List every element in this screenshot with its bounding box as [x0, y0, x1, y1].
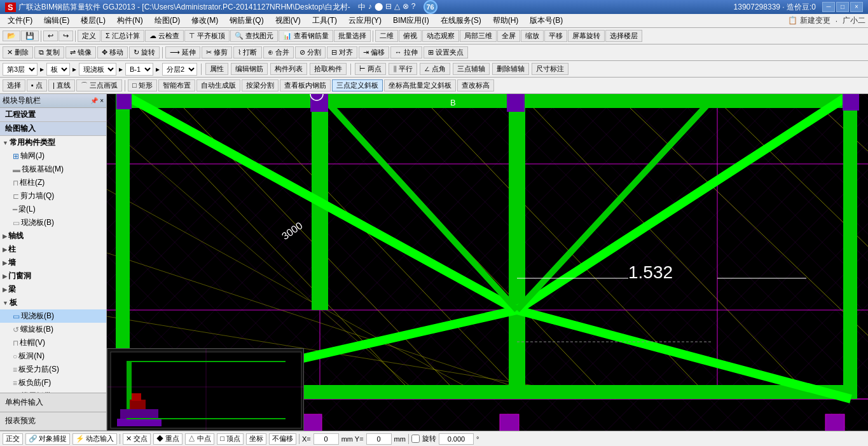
- menu-version[interactable]: 版本号(B): [525, 14, 568, 27]
- menu-draw[interactable]: 绘图(D): [149, 14, 186, 27]
- sidebar-group-axis[interactable]: ▶ 轴线: [0, 229, 106, 243]
- btn-line-tool[interactable]: | 直线: [48, 79, 75, 91]
- menu-bim[interactable]: BIM应用(I): [388, 14, 434, 27]
- btn-pan[interactable]: 平移: [544, 30, 567, 42]
- menu-modify[interactable]: 修改(M): [186, 14, 223, 27]
- single-component-btn[interactable]: 单构件输入: [0, 393, 106, 412]
- material-select[interactable]: 现浇板: [79, 63, 116, 76]
- btn-view-rebar[interactable]: 📊 查看钢筋量: [279, 30, 333, 42]
- minimize-button[interactable]: ─: [822, 2, 835, 12]
- btn-open[interactable]: 📂: [3, 30, 20, 41]
- btn-del-axis[interactable]: 删除辅轴: [492, 63, 529, 75]
- btn-arc-tool[interactable]: ⌒ 三点画弧: [76, 79, 122, 91]
- btn-view-height[interactable]: 查改标高: [457, 79, 494, 91]
- report-preview-btn[interactable]: 报表预览: [0, 412, 106, 431]
- menu-view[interactable]: 视图(V): [270, 14, 306, 27]
- btn-define[interactable]: 定义: [78, 30, 100, 42]
- btn-undo[interactable]: ↩: [43, 30, 58, 41]
- btn-two-point[interactable]: ⊢ 两点: [355, 63, 386, 75]
- btn-break[interactable]: ⌇ 打断: [233, 46, 261, 58]
- name-select[interactable]: B-1: [125, 63, 153, 76]
- sidebar-item-slab-hole[interactable]: ○ 板洞(N): [0, 349, 106, 363]
- btn-stretch[interactable]: ↔ 拉伸: [390, 46, 422, 58]
- sidebar-item-col-cap[interactable]: ⊓ 柱帽(V): [0, 336, 106, 349]
- new-change[interactable]: 📋 新建变更: [788, 15, 830, 26]
- btn-component-list[interactable]: 构件列表: [270, 63, 307, 75]
- btn-grip[interactable]: ⊞ 设置夹点: [424, 46, 468, 58]
- sidebar-pin[interactable]: 📌 ×: [90, 97, 104, 104]
- sidebar-item-column[interactable]: ⊓ 框柱(Z): [0, 176, 106, 189]
- btn-batch[interactable]: 批量选择: [334, 30, 371, 42]
- sidebar-group-slab[interactable]: ▼ 板: [0, 296, 106, 309]
- btn-find[interactable]: 🔍 查找图元: [230, 30, 278, 42]
- btn-point-tool[interactable]: ▪ 点: [27, 79, 47, 91]
- x-input[interactable]: [313, 433, 339, 445]
- btn-top-view[interactable]: 俯视: [399, 30, 422, 42]
- btn-pick[interactable]: 拾取构件: [310, 63, 347, 75]
- status-no-offset[interactable]: 不偏移: [269, 433, 296, 445]
- status-coord[interactable]: 坐标: [246, 433, 266, 445]
- btn-local-3d[interactable]: 局部三维: [460, 30, 497, 42]
- menu-cloud[interactable]: 云应用(Y): [343, 14, 387, 27]
- sidebar-item-raft[interactable]: ▬ 筏板基础(M): [0, 163, 106, 176]
- btn-split-beam[interactable]: 按梁分割: [242, 79, 279, 91]
- menu-file[interactable]: 文件(F): [3, 14, 38, 27]
- btn-save[interactable]: 💾: [21, 30, 39, 41]
- btn-3pt-slope[interactable]: 三点定义斜板: [332, 79, 383, 91]
- btn-select-tool[interactable]: 选择: [3, 79, 25, 91]
- floor-select[interactable]: 第3层: [3, 63, 38, 76]
- status-vertex[interactable]: □ 顶点: [217, 433, 244, 445]
- btn-cloud-check[interactable]: ☁ 云检查: [145, 30, 184, 42]
- btn-copy[interactable]: ⧉ 复制: [34, 46, 64, 58]
- layer-select[interactable]: 分层2: [162, 63, 197, 76]
- btn-rotate2[interactable]: ↻ 旋转: [129, 46, 160, 58]
- sidebar-group-beam[interactable]: ▶ 梁: [0, 283, 106, 296]
- btn-angle[interactable]: ∠ 点角: [420, 63, 450, 75]
- status-intersection[interactable]: ✕ 交点: [123, 433, 151, 445]
- btn-fullscreen[interactable]: 全屏: [497, 30, 520, 42]
- status-dynamic[interactable]: ⚡ 动态输入: [72, 433, 117, 445]
- btn-rect-tool[interactable]: □ 矩形: [128, 79, 157, 91]
- type-select[interactable]: 板: [46, 63, 70, 76]
- menu-online[interactable]: 在线服务(S): [436, 14, 486, 27]
- sidebar-item-project-settings[interactable]: 工程设置: [0, 108, 106, 122]
- btn-batch-slope[interactable]: 坐标高批量定义斜板: [384, 79, 456, 91]
- menu-tools[interactable]: 工具(T): [307, 14, 342, 27]
- btn-extend[interactable]: ⟶ 延伸: [165, 46, 200, 58]
- btn-redo[interactable]: ↪: [59, 30, 73, 41]
- status-ortho[interactable]: 正交: [3, 433, 23, 445]
- btn-select-floor[interactable]: 选择楼层: [605, 30, 642, 42]
- btn-align-top[interactable]: ⊤ 平齐板顶: [184, 30, 230, 42]
- btn-2d[interactable]: 二维: [375, 30, 398, 42]
- menu-rebar[interactable]: 钢筋量(Q): [224, 14, 268, 27]
- btn-split[interactable]: ⊘ 分割: [295, 46, 326, 58]
- sidebar-item-neg-rebar[interactable]: ≡ 板负筋(F): [0, 376, 106, 389]
- sidebar-item-beam[interactable]: ━ 梁(L): [0, 203, 106, 216]
- sidebar-item-draw-input[interactable]: 绘图输入: [0, 122, 106, 136]
- menu-help[interactable]: 帮助(H): [488, 14, 524, 27]
- btn-mirror[interactable]: ⇌ 镜像: [65, 46, 96, 58]
- btn-calc[interactable]: Σ 汇总计算: [101, 30, 144, 42]
- rotate-checkbox[interactable]: [411, 435, 420, 443]
- close-button[interactable]: ×: [850, 2, 863, 12]
- sidebar-group-opening[interactable]: ▶ 门窗洞: [0, 269, 106, 283]
- sidebar-group-common[interactable]: ▼ 常用构件类型: [0, 136, 106, 149]
- sidebar-group-wall[interactable]: ▶ 墙: [0, 256, 106, 269]
- btn-move[interactable]: ✥ 移动: [97, 46, 128, 58]
- sidebar-item-shear-wall[interactable]: ⊏ 剪力墙(Q): [0, 189, 106, 203]
- rotate-input[interactable]: [439, 433, 474, 445]
- btn-offset[interactable]: ⇥ 偏移: [359, 46, 389, 58]
- gx-small[interactable]: 广小二: [843, 15, 865, 26]
- btn-zoom[interactable]: 缩放: [521, 30, 544, 42]
- btn-parallel[interactable]: ∥ 平行: [389, 63, 417, 75]
- btn-align[interactable]: ⊟ 对齐: [327, 46, 357, 58]
- btn-auto-gen[interactable]: 自动生成版: [196, 79, 240, 91]
- sidebar-item-axis[interactable]: ⊞ 轴网(J): [0, 149, 106, 163]
- sidebar-item-tension-rebar[interactable]: ≡ 板受力筋(S): [0, 363, 106, 376]
- sidebar-item-cast-slab[interactable]: ▭ 现浇板(B): [0, 309, 106, 323]
- btn-merge[interactable]: ⊕ 合并: [263, 46, 294, 58]
- maximize-button[interactable]: □: [836, 2, 849, 12]
- canvas-area[interactable]: 1.532 .690 .690 3000 B A 1 2: [107, 94, 868, 431]
- status-endpoint[interactable]: ◆ 重点: [153, 433, 183, 445]
- btn-3pt-axis[interactable]: 三点辅轴: [453, 63, 490, 75]
